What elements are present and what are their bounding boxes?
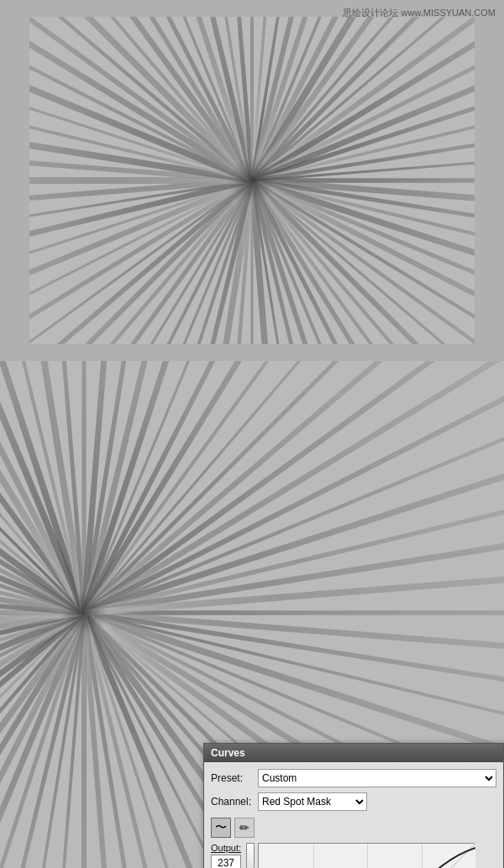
pencil-tool-button[interactable]: ✏ — [234, 818, 255, 838]
channel-row: Channel: Red Spot Mask — [211, 792, 496, 811]
curves-title: Curves — [211, 747, 245, 759]
channel-label: Channel: — [211, 796, 255, 808]
channel-dropdown[interactable]: Red Spot Mask — [258, 792, 367, 811]
watermark-top: 思绘设计论坛 www.MISSYUAN.COM — [343, 7, 496, 19]
tool-row: 〜 ✏ — [211, 816, 496, 839]
curves-dialog: Curves Preset: Custom Channel: Red Spot … — [203, 743, 504, 868]
output-label: Output: — [211, 843, 241, 853]
curve-graph-container: Output: ▽ — [211, 843, 496, 868]
curve-graph[interactable] — [258, 843, 475, 868]
output-section: Output: — [211, 843, 241, 868]
curves-titlebar: Curves — [204, 744, 503, 762]
preset-row: Preset: Custom — [211, 769, 496, 787]
bottom-image-area: UiBQ.CoM Curves Preset: Custom Channel: … — [0, 361, 504, 868]
gradient-sidebar — [246, 843, 255, 868]
preset-dropdown[interactable]: Custom — [258, 769, 496, 787]
top-canvas — [29, 17, 475, 344]
curves-body: Preset: Custom Channel: Red Spot Mask 〜 … — [204, 762, 503, 868]
output-input[interactable] — [211, 855, 241, 868]
curve-tool-button[interactable]: 〜 — [211, 818, 231, 838]
top-image-area — [0, 0, 504, 361]
preset-label: Preset: — [211, 772, 255, 784]
